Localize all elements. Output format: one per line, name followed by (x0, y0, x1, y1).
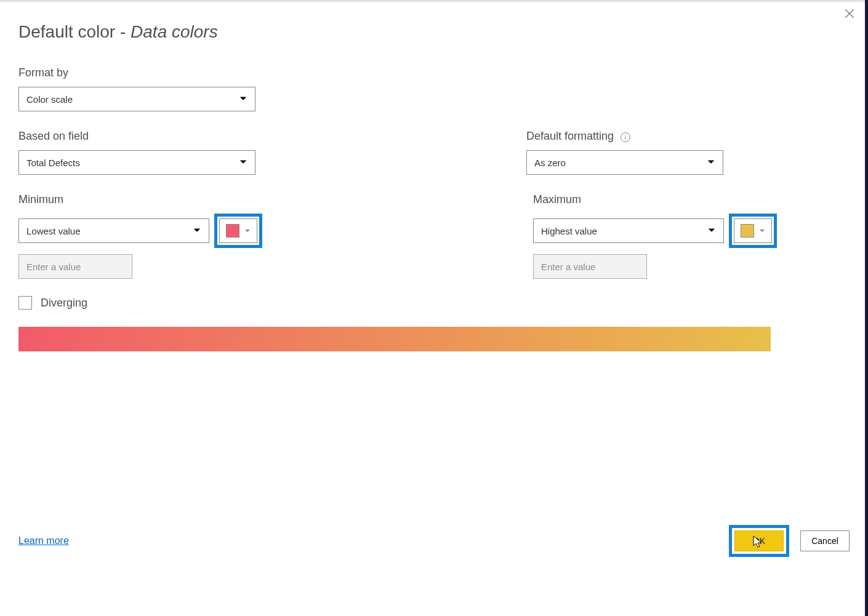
select-value: Total Defects (26, 158, 80, 168)
ok-button[interactable]: OK (734, 530, 784, 551)
input-placeholder: Enter a value (541, 262, 595, 272)
default-formatting-label: Default formatting i (526, 130, 723, 143)
minimum-color-swatch (226, 224, 239, 238)
chevron-down-icon (239, 94, 247, 105)
chevron-down-icon (759, 225, 765, 236)
title-sub: Data colors (131, 22, 218, 41)
minimum-select[interactable]: Lowest value (18, 218, 209, 243)
maximum-label: Maximum (533, 193, 777, 206)
button-label: Cancel (811, 536, 838, 546)
learn-more-link[interactable]: Learn more (18, 535, 69, 546)
info-icon[interactable]: i (621, 132, 630, 142)
minimum-color-picker[interactable] (219, 218, 257, 243)
minimum-color-highlight (214, 214, 262, 248)
dialog-title: Default color - Data colors (18, 22, 850, 42)
maximum-color-swatch (741, 224, 754, 238)
select-value: Color scale (26, 94, 73, 105)
diverging-row: Diverging (18, 296, 850, 310)
based-on-label: Based on field (18, 130, 255, 143)
close-icon (844, 8, 855, 22)
cancel-button[interactable]: Cancel (800, 530, 850, 551)
maximum-select[interactable]: Highest value (533, 218, 724, 243)
maximum-value-input[interactable]: Enter a value (533, 254, 647, 279)
chevron-down-icon (239, 158, 247, 168)
diverging-label: Diverging (41, 297, 87, 310)
format-by-label: Format by (18, 66, 850, 79)
select-value: Lowest value (26, 226, 81, 236)
ok-button-highlight: OK (729, 525, 789, 557)
based-on-select[interactable]: Total Defects (18, 150, 255, 175)
select-value: As zero (534, 158, 566, 168)
button-label: OK (753, 536, 765, 546)
chevron-down-icon (244, 225, 251, 236)
default-formatting-select[interactable]: As zero (526, 150, 723, 175)
chevron-down-icon (707, 158, 715, 168)
conditional-formatting-dialog: Default color - Data colors Format by Co… (0, 0, 868, 616)
close-button[interactable] (842, 7, 857, 22)
select-value: Highest value (541, 226, 597, 236)
chevron-down-icon (707, 226, 716, 236)
diverging-checkbox[interactable] (18, 296, 32, 310)
chevron-down-icon (193, 226, 201, 236)
gradient-preview (18, 327, 771, 351)
maximum-color-highlight (729, 214, 777, 248)
format-by-select[interactable]: Color scale (18, 87, 255, 111)
minimum-value-input[interactable]: Enter a value (18, 254, 132, 279)
title-main: Default color (18, 22, 115, 41)
minimum-label: Minimum (18, 193, 262, 206)
input-placeholder: Enter a value (26, 262, 81, 272)
maximum-color-picker[interactable] (734, 218, 772, 243)
